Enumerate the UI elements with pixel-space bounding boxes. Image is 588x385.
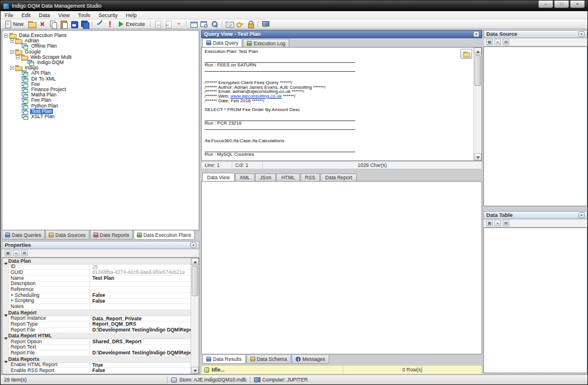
box-icon[interactable] (503, 39, 509, 45)
close-button[interactable]: × (570, 1, 585, 8)
property-row-notes[interactable]: Notes (2, 304, 191, 310)
property-category-data-report[interactable]: Data Report (2, 310, 191, 316)
property-row-scheduling[interactable]: SchedulingFalse (2, 293, 191, 299)
tab-data-view[interactable]: Data View (202, 173, 235, 181)
query-view-options-icon[interactable] (473, 31, 479, 37)
tree-item-web-scraper-multi[interactable]: Web Scraper Multi (2, 55, 199, 60)
scroll-down-icon[interactable] (191, 367, 199, 374)
property-row-enable-rss-report[interactable]: Enable RSS ReportFalse (2, 368, 191, 374)
tree-item-xslt-plan[interactable]: XSLT Plan (2, 114, 199, 119)
property-category-data-plan[interactable]: Data Plan (2, 258, 191, 265)
tab-data-queries[interactable]: Data Queries (2, 230, 45, 240)
scroll-thumb[interactable] (192, 266, 198, 296)
menu-data[interactable]: Data (35, 11, 54, 19)
property-row-id[interactable]: ID25 (2, 265, 191, 270)
property-row-description[interactable]: Description (2, 282, 191, 287)
categorized-icon[interactable] (486, 39, 493, 45)
property-row-report-file[interactable]: Report FileD:\Development Testing\Indigo… (2, 350, 191, 356)
expand-icon[interactable] (11, 294, 14, 297)
property-row-reference[interactable]: Reference (2, 287, 191, 293)
tree-item-indigo-dqm[interactable]: Indigo DQM (2, 60, 199, 65)
collapse-expander-icon[interactable] (4, 34, 8, 38)
box-icon[interactable] (21, 250, 28, 256)
email-button[interactable] (225, 19, 234, 28)
menu-view[interactable]: View (54, 11, 74, 19)
open-button[interactable] (27, 19, 36, 28)
categorized-icon[interactable] (486, 220, 493, 226)
paste-button[interactable] (59, 19, 68, 28)
tab-xml[interactable]: XML (235, 173, 255, 181)
open-query-button[interactable] (460, 49, 472, 59)
excl-icon (106, 20, 114, 28)
query-text[interactable]: Execution Plan: Test Plan Run : FEES on … (205, 49, 471, 160)
data-preview-button[interactable] (199, 19, 209, 28)
scroll-up-icon[interactable] (191, 258, 199, 265)
sort-az-icon[interactable] (13, 250, 19, 256)
properties-menu-icon[interactable] (191, 242, 196, 248)
tab-html[interactable]: HTML (276, 173, 299, 181)
query-editor[interactable]: Execution Plan: Test Plan Run : FEES on … (201, 47, 482, 161)
categorized-icon[interactable] (5, 250, 11, 256)
tab-rss[interactable]: RSS (300, 173, 320, 181)
maximize-button[interactable]: □ (554, 1, 569, 8)
tab-data-results[interactable]: Data Results (202, 355, 246, 364)
delete-button[interactable] (38, 19, 47, 28)
tab-json[interactable]: JSon (255, 173, 276, 181)
menu-tools[interactable]: Tools (74, 11, 94, 19)
tab-data-sources[interactable]: Data Sources (45, 230, 89, 240)
search-button[interactable] (210, 19, 219, 28)
property-row-report-file[interactable]: Report FileD:\Development Testing\Indigo… (2, 327, 191, 333)
data-table-body[interactable] (483, 227, 587, 373)
box-icon[interactable] (503, 220, 509, 226)
data-table-menu-icon[interactable] (579, 212, 584, 218)
property-category-data-reports[interactable]: Data Reports (2, 356, 191, 363)
tab-messages[interactable]: Messages (292, 355, 329, 364)
property-row-report-text[interactable]: Report Text (2, 345, 191, 351)
errors-button[interactable] (105, 19, 115, 28)
lock-button[interactable] (246, 19, 255, 28)
expand-icon[interactable] (11, 299, 14, 302)
scroll-thumb[interactable] (475, 55, 481, 86)
data-view-content[interactable] (201, 181, 482, 354)
tab-data-report[interactable]: Data Report (320, 173, 357, 181)
tab-data-query[interactable]: Data Query (202, 38, 242, 47)
collapse-expander-icon[interactable] (10, 50, 14, 54)
menu-file[interactable]: File (1, 11, 18, 19)
property-row-scripting[interactable]: ScriptingFalse (2, 299, 191, 304)
menu-edit[interactable]: Edit (18, 11, 35, 19)
security-key-button[interactable] (235, 19, 245, 28)
minimize-button[interactable]: – (538, 1, 553, 8)
tab-data-reports[interactable]: Data Reports (90, 230, 133, 240)
scroll-up-icon[interactable] (474, 48, 482, 55)
data-table-button[interactable] (189, 19, 198, 28)
copy-button[interactable] (48, 19, 58, 28)
execute-button[interactable]: Execute (116, 19, 148, 28)
property-row-report-instance[interactable]: Report InstanceData_Report_Private (2, 316, 191, 322)
properties-scrollbar[interactable] (191, 258, 199, 374)
tab-data-execution-plans[interactable]: Data Execution Plans (133, 230, 195, 240)
save-button[interactable] (69, 19, 79, 28)
editor-scrollbar[interactable] (473, 48, 482, 160)
tab-execution-log[interactable]: Execution Log (243, 39, 289, 47)
save-all-button[interactable] (80, 19, 89, 28)
property-row-name[interactable]: NameTest Plan (2, 276, 191, 282)
scroll-down-icon[interactable] (474, 153, 482, 160)
property-row-enable-html-report[interactable]: Enable HTML ReportTrue (2, 363, 191, 369)
collapse-expander-icon[interactable] (16, 55, 20, 59)
validate-button[interactable] (95, 19, 104, 28)
menu-help[interactable]: Help (122, 11, 141, 19)
new-button[interactable]: New (3, 19, 26, 28)
data-source-body[interactable] (483, 46, 587, 206)
property-category-data-report-html[interactable]: Data Report HTML (2, 333, 191, 340)
property-row-guid[interactable]: GUIDd1368fba-4274-42c8-9aed-9f0e574eb21e (2, 270, 191, 276)
property-row-report-option[interactable]: Report OptionShared_DRS_Report (2, 339, 191, 345)
collapse-expander-icon[interactable] (10, 39, 14, 43)
sort-az-icon[interactable] (495, 39, 501, 45)
collapse-expander-icon[interactable] (10, 66, 14, 70)
property-row-report-type[interactable]: Report TypeReport_DQM_DRS (2, 322, 191, 327)
tab-data-schema[interactable]: Data Schema (246, 355, 292, 364)
data-source-menu-icon[interactable] (579, 31, 584, 37)
menu-security[interactable]: Security (94, 11, 122, 19)
sort-az-icon[interactable] (495, 220, 501, 226)
computer-button[interactable] (260, 19, 270, 28)
